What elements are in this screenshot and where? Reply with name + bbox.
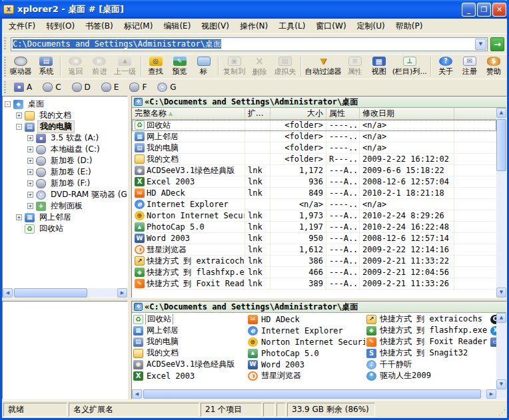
list-item[interactable]: HD ADeck — [247, 314, 365, 325]
scrollbar-thumb[interactable] — [496, 119, 506, 171]
tree-expander-icon[interactable]: - — [16, 124, 22, 130]
menu-item[interactable]: 操作(N) — [235, 19, 273, 34]
tree-expander-icon[interactable]: + — [27, 146, 33, 152]
toolbar-button[interactable] — [218, 57, 219, 77]
tree-expander-icon[interactable]: + — [27, 180, 33, 186]
menu-item[interactable]: 定制(U) — [352, 19, 390, 34]
toolbar-button[interactable] — [141, 57, 142, 77]
menu-item[interactable]: 转到(O) — [41, 19, 80, 34]
table-row[interactable]: HD ADeck lnk 849 ---A... 2010-2-1 18:21:… — [132, 188, 496, 199]
toolbar-button[interactable]: 前进 — [87, 55, 111, 78]
drive-button[interactable]: D — [67, 81, 95, 94]
tree-expander-icon[interactable]: + — [27, 158, 33, 164]
tree-item[interactable]: + DVD-RAM 驱动器 (G — [3, 189, 127, 200]
column-header-date[interactable]: 修改日期 — [360, 108, 454, 119]
scrollbar-thumb[interactable] — [14, 288, 87, 298]
table-row[interactable]: Excel 2003 lnk 936 ---A... 2008-12-6 12:… — [132, 176, 496, 188]
toolbar-button[interactable]: 返回 — [63, 55, 87, 78]
table-row[interactable]: PhotoCap 5.0 lnk 1,197 ---A... 2010-2-24… — [132, 222, 496, 233]
list-item[interactable]: 我的电脑 — [132, 336, 247, 347]
list-item[interactable]: 彗星浏览器 — [247, 370, 365, 381]
menu-item[interactable]: 帮助(P) — [390, 19, 428, 34]
toolbar-button[interactable]: 视图 — [367, 55, 391, 78]
list-item[interactable]: 驱动人生2009 — [365, 370, 489, 381]
toolbar-button[interactable]: 注册 — [458, 55, 482, 78]
list-item[interactable]: Norton Internet Security — [247, 336, 365, 347]
toolbar-button[interactable]: 驱动器 — [7, 55, 34, 78]
drive-button[interactable]: C — [38, 81, 65, 94]
column-header-size[interactable]: 大小 — [270, 108, 326, 119]
toolbar-grip[interactable] — [4, 37, 7, 51]
icon-pane-vertical-scrollbar[interactable]: ▲ ▼ — [496, 313, 506, 389]
scrollbar-thumb[interactable] — [143, 389, 481, 399]
resize-grip[interactable]: ⋰ — [496, 403, 506, 417]
toolbar-button[interactable]: 系统 — [34, 55, 58, 78]
address-input[interactable]: C:\Documents and Settings\Administrator\… — [11, 39, 474, 50]
tree-expander-icon[interactable]: - — [5, 101, 11, 107]
table-row[interactable]: Internet Explorer <n/a> ----... <n/a> — [132, 199, 496, 210]
scroll-up-icon[interactable]: ▲ — [496, 313, 506, 323]
drive-button[interactable]: G — [153, 81, 181, 94]
scroll-right-icon[interactable]: ▶ — [117, 288, 127, 298]
list-item[interactable]: Excel 2003 — [132, 370, 247, 381]
toolbar-button[interactable] — [60, 57, 61, 77]
scroll-up-icon[interactable]: ▲ — [496, 108, 506, 118]
scroll-down-icon[interactable]: ▼ — [496, 288, 506, 298]
table-row[interactable]: 回收站 <folder> ----... <n/a> — [132, 120, 496, 131]
scroll-down-icon[interactable]: ▼ — [496, 379, 506, 389]
list-item[interactable]: 远程桌面 — [489, 336, 496, 347]
list-item[interactable]: 快捷方式 到 flashfxp.exe — [365, 325, 489, 336]
toolbar-button[interactable]: 标 — [192, 55, 216, 78]
list-item[interactable]: 快捷方式 到 Snagit32 — [365, 347, 489, 359]
table-row[interactable]: 快捷方式 到 extraicochs lnk 386 ---A... 2009-… — [132, 256, 496, 267]
go-button[interactable]: → — [490, 37, 504, 51]
toolbar-grip[interactable] — [4, 81, 7, 93]
list-item[interactable]: 回收站 — [132, 314, 247, 325]
drive-button[interactable]: E — [97, 81, 124, 94]
drive-button[interactable]: A — [9, 81, 37, 94]
list-item[interactable]: 千千静听 — [365, 359, 489, 370]
column-header-ext[interactable]: 扩... — [245, 108, 270, 119]
list-item[interactable]: 腾讯QQ — [489, 314, 496, 325]
tree-expander-icon[interactable]: + — [27, 192, 33, 198]
table-row[interactable]: 彗星浏览器 lnk 1,612 ---A... 2009-2-22 12:14:… — [132, 244, 496, 256]
tree-item[interactable]: + 网上邻居 — [3, 212, 127, 223]
tree-item[interactable]: + 新加卷 (F:) — [3, 178, 127, 189]
tree-item[interactable]: - 桌面 — [3, 99, 127, 110]
address-combo[interactable]: C:\Documents and Settings\Administrator\… — [11, 37, 488, 51]
table-row[interactable]: Word 2003 lnk 950 ---A... 2008-12-6 12:5… — [132, 233, 496, 244]
toolbar-button[interactable]: 虚拟夹 — [272, 55, 298, 78]
table-row[interactable]: 我的电脑 <folder> ----... <n/a> — [132, 142, 496, 154]
toolbar-button[interactable] — [430, 57, 432, 77]
table-row[interactable]: Norton Internet Security lnk 1,973 ---A.… — [132, 210, 496, 222]
list-item[interactable]: PhotoCap 5.0 — [247, 347, 365, 359]
icon-pane-horizontal-scrollbar[interactable]: ◀ ▶ — [132, 389, 496, 399]
scroll-left-icon[interactable]: ◀ — [3, 288, 13, 298]
toolbar-button[interactable]: 上一级 — [111, 55, 138, 78]
list-item[interactable]: Internet Explorer — [247, 325, 365, 336]
table-row[interactable]: 我的文档 <folder> R---... 2009-2-22 16:12:02 — [132, 154, 496, 165]
minimize-button[interactable]: _ — [462, 3, 476, 17]
list-item[interactable]: ACDSeeV3.1绿色经典版 — [132, 359, 247, 370]
pane-path-header[interactable]: «C:\Documents and Settings\Administrator… — [132, 97, 506, 108]
toolbar-button[interactable]: 复制到 — [221, 55, 248, 78]
drive-button[interactable]: F — [125, 81, 151, 94]
tree-item[interactable]: + 3.5 软盘 (A:) — [3, 132, 127, 144]
menu-item[interactable]: 书签(B) — [80, 19, 119, 34]
scroll-right-icon[interactable]: ▶ — [486, 389, 496, 399]
table-row[interactable]: 网上邻居 <folder> ----... <n/a> — [132, 131, 496, 142]
menu-item[interactable]: 编辑(E) — [158, 19, 196, 34]
toolbar-button[interactable]: 删除 — [248, 55, 272, 78]
toolbar-button[interactable]: 预览 — [168, 55, 192, 78]
table-row[interactable]: 快捷方式 到 flashfxp.exe lnk 466 ---A... 2009… — [132, 267, 496, 278]
list-item[interactable]: 快捷方式 到 extraicochs — [365, 314, 489, 325]
toolbar-button[interactable]: 查找 — [144, 55, 168, 78]
toolbar-grip[interactable] — [4, 57, 7, 77]
list-item[interactable]: Word 2003 — [247, 359, 365, 370]
toolbar-button[interactable]: 关于 — [434, 55, 458, 78]
menu-item[interactable]: 标记(M) — [119, 19, 159, 34]
menu-item[interactable]: 工具(L) — [273, 19, 310, 34]
toolbar-button[interactable]: (栏目)列... — [391, 55, 428, 78]
tree-expander-icon[interactable]: + — [16, 112, 22, 118]
tree-expander-icon[interactable]: + — [16, 214, 22, 220]
